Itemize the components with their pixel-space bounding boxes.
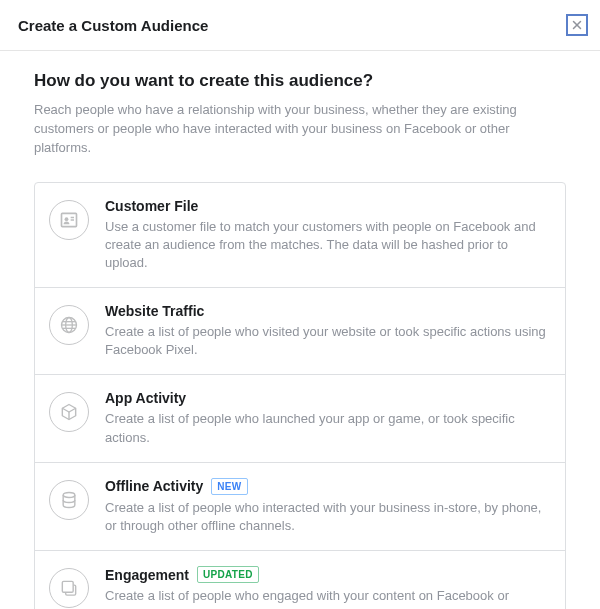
box-icon <box>49 392 89 432</box>
option-title: Engagement <box>105 567 189 583</box>
close-button[interactable] <box>566 14 588 36</box>
create-custom-audience-modal: Create a Custom Audience How do you want… <box>0 0 600 609</box>
option-description: Create a list of people who visited your… <box>105 323 549 359</box>
option-body: Website Traffic Create a list of people … <box>105 303 549 359</box>
option-body: App Activity Create a list of people who… <box>105 390 549 446</box>
option-title: Website Traffic <box>105 303 204 319</box>
updated-badge: UPDATED <box>197 566 259 583</box>
option-title-row: Engagement UPDATED <box>105 566 549 583</box>
modal-header: Create a Custom Audience <box>0 0 600 51</box>
option-body: Engagement UPDATED Create a list of peop… <box>105 566 549 609</box>
option-app-activity[interactable]: App Activity Create a list of people who… <box>35 375 565 462</box>
new-badge: NEW <box>211 478 247 495</box>
question-heading: How do you want to create this audience? <box>34 71 566 91</box>
option-description: Use a customer file to match your custom… <box>105 218 549 273</box>
modal-title: Create a Custom Audience <box>18 17 208 34</box>
question-subtext: Reach people who have a relationship wit… <box>34 101 566 158</box>
close-icon <box>571 19 583 31</box>
option-title-row: Website Traffic <box>105 303 549 319</box>
option-website-traffic[interactable]: Website Traffic Create a list of people … <box>35 288 565 375</box>
customer-file-icon <box>49 200 89 240</box>
option-title: Offline Activity <box>105 478 203 494</box>
globe-icon <box>49 305 89 345</box>
option-description: Create a list of people who interacted w… <box>105 499 549 535</box>
option-customer-file[interactable]: Customer File Use a customer file to mat… <box>35 183 565 289</box>
option-title-row: Offline Activity NEW <box>105 478 549 495</box>
svg-point-3 <box>65 217 69 221</box>
option-title-row: Customer File <box>105 198 549 214</box>
option-offline-activity[interactable]: Offline Activity NEW Create a list of pe… <box>35 463 565 551</box>
option-title: Customer File <box>105 198 198 214</box>
modal-body: How do you want to create this audience?… <box>0 51 600 609</box>
svg-point-12 <box>63 492 75 497</box>
svg-rect-13 <box>62 582 73 593</box>
option-description: Create a list of people who engaged with… <box>105 587 549 609</box>
option-engagement[interactable]: Engagement UPDATED Create a list of peop… <box>35 551 565 609</box>
database-icon <box>49 480 89 520</box>
option-description: Create a list of people who launched you… <box>105 410 549 446</box>
option-title-row: App Activity <box>105 390 549 406</box>
option-title: App Activity <box>105 390 186 406</box>
engagement-icon <box>49 568 89 608</box>
option-body: Offline Activity NEW Create a list of pe… <box>105 478 549 535</box>
svg-rect-2 <box>62 213 77 226</box>
audience-options-list: Customer File Use a customer file to mat… <box>34 182 566 609</box>
option-body: Customer File Use a customer file to mat… <box>105 198 549 273</box>
